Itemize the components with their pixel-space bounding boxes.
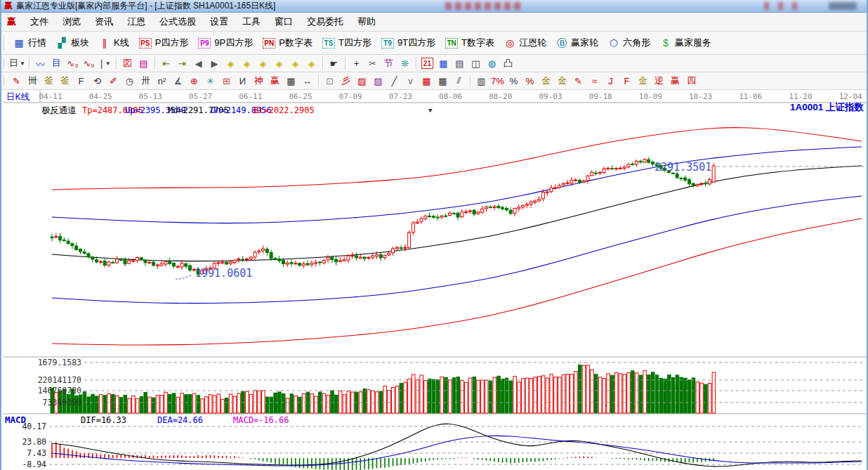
chart-area[interactable]: 日K线04-1104-2505-1305-2706-1106-2507-0907… (1, 90, 868, 470)
annotate-tool-icon[interactable]: ✂ (365, 56, 380, 70)
ying2-icon[interactable]: 赢 (668, 74, 683, 88)
kline-button[interactable]: ∥K线 (94, 35, 134, 51)
info-list-icon[interactable]: 目 (49, 56, 64, 70)
wave-9-icon[interactable]: ∿₉ (81, 56, 96, 70)
trend-line-icon[interactable]: ╱ (387, 74, 402, 88)
indicator-dropdown-icon[interactable]: ▼ (428, 107, 433, 114)
expand-v-icon[interactable]: ◈ (288, 56, 303, 70)
measure-bars-icon[interactable]: ▥ (474, 74, 489, 88)
gann-wheel-button[interactable]: ◎江恩轮 (499, 35, 551, 51)
scroll-left-icon[interactable]: ◈ (223, 56, 238, 70)
quotes-button[interactable]: ▦行情 (8, 35, 51, 51)
comb2-icon[interactable]: 卅 (138, 74, 153, 88)
p-square-button[interactable]: PSP四方形 (134, 35, 194, 51)
wave-3-icon[interactable]: ∿₃ (65, 56, 80, 70)
color-distribution-icon[interactable]: ▤ (136, 56, 151, 70)
f-line-icon[interactable]: F (619, 74, 634, 88)
ying-icon[interactable]: 赢 (268, 74, 282, 88)
calendar-icon[interactable]: 21 (420, 56, 435, 70)
pct-line-icon[interactable]: % (522, 74, 537, 88)
si-tool-icon[interactable]: 四 (684, 74, 699, 88)
period-label[interactable]: 日K线 (6, 92, 29, 102)
slash-lines-icon[interactable]: ⫽ (452, 74, 466, 88)
first-bar-icon[interactable]: ⇤ (159, 56, 173, 70)
box-grid-icon[interactable]: ▦ (435, 74, 450, 88)
sectors-button[interactable]: ▞板块 (51, 35, 94, 51)
candle-type-icon[interactable]: ∣▼ (98, 56, 112, 70)
pattern-icon[interactable]: 図 (120, 56, 135, 70)
gold-line-icon[interactable]: 金 (555, 74, 570, 88)
angle-icon[interactable]: ∡ (171, 74, 185, 88)
k-mark-icon[interactable]: И (235, 74, 250, 88)
layout-icon[interactable]: ⊡ (322, 74, 337, 88)
t-square-button[interactable]: TST四方形 (317, 35, 376, 51)
menu-item-8[interactable]: 交易委托 (300, 14, 350, 29)
gold-segment2-icon[interactable]: 釜 (58, 74, 72, 88)
last-bar-icon[interactable]: ⇥ (175, 56, 190, 70)
rays-icon[interactable]: 彡 (338, 74, 353, 88)
prev-bar-icon[interactable]: ◀ (191, 56, 206, 70)
crosshair-tool-icon[interactable]: ＋ (349, 56, 364, 70)
t-table-button[interactable]: TNT数字表 (440, 35, 499, 51)
web-grid-icon[interactable]: ⊞ (219, 74, 234, 88)
notes-icon[interactable]: ▤ (452, 56, 467, 70)
menu-item-0[interactable]: 文件 (23, 14, 55, 29)
network-icon[interactable]: ◍ (485, 56, 499, 70)
p-table-button[interactable]: PNP数字表 (258, 35, 317, 51)
brush-icon[interactable]: ✎ (571, 74, 586, 88)
menu-item-9[interactable]: 帮助 (350, 14, 383, 29)
red-pen-icon[interactable]: ✐ (106, 74, 121, 88)
kline-chart-canvas[interactable]: 日K线04-1104-2505-1305-2706-1106-2507-0907… (1, 90, 868, 470)
pct-strike-icon[interactable]: 7% (490, 74, 505, 88)
print-icon[interactable]: 凸 (501, 56, 515, 70)
dense-grid-icon[interactable]: ▦ (419, 74, 434, 88)
compass-icon[interactable]: ⊕ (187, 74, 202, 88)
9p-square-button[interactable]: P99P四方形 (193, 35, 258, 51)
menu-item-4[interactable]: 公式选股 (152, 14, 203, 29)
n-square-icon[interactable]: n² (154, 74, 169, 88)
scroll-right-icon[interactable]: ◈ (239, 56, 254, 70)
gold-ring-icon[interactable]: 金 (539, 74, 553, 88)
hexagon-button[interactable]: ⬡六角形 (603, 35, 655, 51)
j-tool-icon[interactable]: J (603, 74, 618, 88)
expand-h-icon[interactable]: ◈ (256, 56, 270, 70)
span-arrow-icon[interactable]: ↔ (300, 74, 315, 88)
grid-123-icon[interactable]: ▦ (284, 74, 298, 88)
calculator-icon[interactable]: ▦ (436, 56, 451, 70)
menu-item-3[interactable]: 江恩 (120, 14, 152, 29)
fib-tool-icon[interactable]: F (74, 74, 88, 88)
menu-item-6[interactable]: 工具 (235, 14, 268, 29)
menu-item-5[interactable]: 设置 (203, 14, 235, 29)
ni-tool-icon[interactable]: 逆 (652, 74, 666, 88)
gann-comb-icon[interactable]: 卌 (25, 74, 40, 88)
shen-icon[interactable]: 神 (251, 74, 266, 88)
winner-service-button[interactable]: $赢家服务 (655, 35, 716, 51)
gold-slash-icon[interactable]: 金 (636, 74, 650, 88)
indicator-name[interactable]: 极反通道 (41, 105, 77, 115)
wave-v-icon[interactable]: ∨ (403, 74, 418, 88)
cycle-clock-icon[interactable]: ◷ (122, 74, 137, 88)
chart-style-icon[interactable]: 〰 (33, 56, 48, 70)
period-selector[interactable]: 日▼ (9, 56, 25, 70)
wave-ab-icon[interactable]: ≈ (587, 74, 602, 88)
next-bar-icon[interactable]: ▶ (207, 56, 222, 70)
spiral-icon[interactable]: ⟲ (90, 74, 105, 88)
purple-grid-icon[interactable]: ▨ (371, 74, 386, 88)
menu-item-1[interactable]: 浏览 (55, 14, 88, 29)
draw-pen-icon[interactable]: ✎ (9, 74, 24, 88)
star-burst-icon[interactable]: ✳ (203, 74, 218, 88)
9t-square-button[interactable]: T99T四方形 (376, 35, 440, 51)
gold-segment-icon[interactable]: 釜 (41, 74, 56, 88)
hand-tool-icon[interactable]: ☛ (327, 56, 341, 70)
red-grid-icon[interactable]: ▨ (355, 74, 369, 88)
winner-wheel-button[interactable]: Ⓑ赢家轮 (551, 35, 603, 51)
save-icon[interactable]: ◫ (468, 56, 483, 70)
menu-item-7[interactable]: 窗口 (268, 14, 300, 29)
pct-icon[interactable]: % (506, 74, 521, 88)
titlebar[interactable]: 赢 赢家江恩专业版[赢家内部服务平台] - [上证指数 SH1A0001-165… (1, 0, 867, 13)
full-view-icon[interactable]: ◈ (304, 56, 319, 70)
shrink-h-icon[interactable]: ◈ (272, 56, 287, 70)
mark-tool-icon[interactable]: 节 (381, 56, 396, 70)
symbol-label[interactable]: 1A0001 上证指数 (790, 102, 864, 112)
smart-tool-icon[interactable]: ❊ (397, 56, 412, 70)
